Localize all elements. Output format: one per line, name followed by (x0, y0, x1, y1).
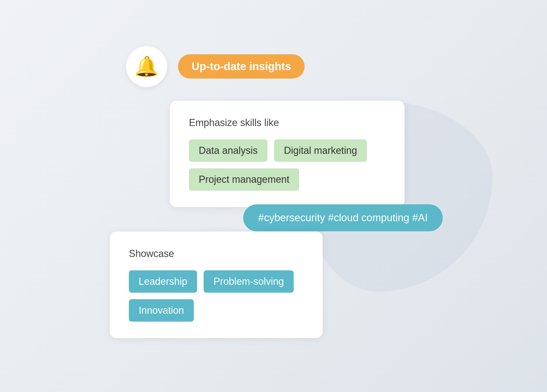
skill-tag-digital-marketing[interactable]: Digital marketing (274, 139, 367, 162)
main-container: 🔔 Up-to-date insights Emphasize skills l… (110, 46, 437, 346)
bell-circle: 🔔 (126, 46, 167, 87)
showcase-tags: Leadership Problem-solving Innovation (129, 270, 304, 322)
showcase-tag-innovation[interactable]: Innovation (129, 299, 194, 322)
skills-card-subtitle: Emphasize skills like (189, 117, 385, 128)
showcase-tag-problem-solving[interactable]: Problem-solving (204, 270, 294, 293)
hashtag-bubble: #cybersecurity #cloud computing #AI (243, 204, 443, 231)
showcase-tag-leadership[interactable]: Leadership (129, 270, 197, 293)
skill-tag-data-analysis[interactable]: Data analysis (189, 139, 267, 162)
top-section: 🔔 Up-to-date insights (126, 46, 305, 87)
showcase-card-subtitle: Showcase (129, 248, 304, 259)
skills-tags: Data analysis Digital marketing Project … (189, 139, 385, 191)
skill-tag-project-management[interactable]: Project management (189, 168, 299, 191)
bell-icon: 🔔 (134, 55, 159, 78)
skills-card: Emphasize skills like Data analysis Digi… (170, 101, 405, 207)
showcase-card: Showcase Leadership Problem-solving Inno… (110, 232, 323, 338)
insight-badge: Up-to-date insights (178, 54, 305, 79)
